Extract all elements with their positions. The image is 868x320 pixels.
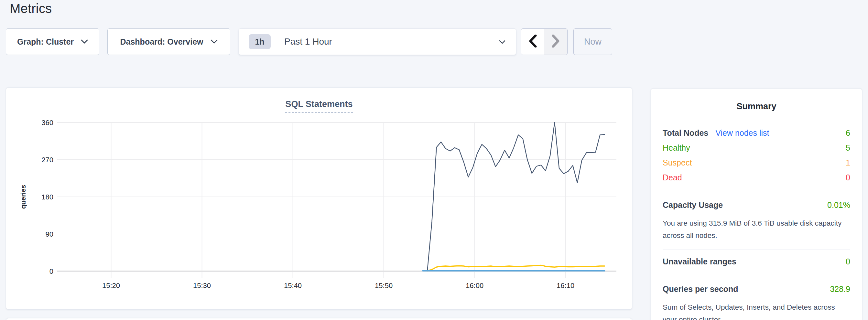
capacity-usage-row: Capacity Usage 0.01% <box>663 200 850 215</box>
suspect-label: Suspect <box>663 158 692 167</box>
dashboard-dropdown-label: Dashboard: Overview <box>120 37 203 46</box>
healthy-nodes-row: Healthy 5 <box>663 143 850 158</box>
total-nodes-value: 6 <box>846 128 850 138</box>
queries-per-second-value: 328.9 <box>830 284 850 294</box>
y-tick-label: 180 <box>41 193 53 201</box>
metrics-page: { "page_title": "Metrics", "controls": {… <box>0 0 868 320</box>
x-tick-label: 15:50 <box>375 282 393 290</box>
capacity-usage-label: Capacity Usage <box>663 200 723 210</box>
unavailable-ranges-value: 0 <box>846 257 850 266</box>
chart-line-series-1 <box>428 123 605 270</box>
suspect-nodes-row: Suspect 1 <box>663 158 850 173</box>
y-tick-label: 270 <box>41 156 53 164</box>
x-tick-label: 16:10 <box>557 282 575 290</box>
graph-dropdown-label: Graph: Cluster <box>17 37 74 46</box>
chevron-right-icon <box>552 35 560 49</box>
time-range-selector[interactable]: 1h Past 1 Hour <box>239 28 516 55</box>
chevron-down-icon <box>81 39 88 44</box>
divider <box>663 193 850 193</box>
time-step-buttons <box>521 28 567 55</box>
dead-label: Dead <box>663 173 682 182</box>
x-tick-label: 15:30 <box>193 282 211 290</box>
divider <box>663 250 850 250</box>
summary-title: Summary <box>651 101 862 111</box>
capacity-usage-value: 0.01% <box>827 200 850 210</box>
time-range-label: Past 1 Hour <box>284 36 332 47</box>
y-axis-label: queries <box>20 185 27 209</box>
y-tick-label: 0 <box>50 267 53 276</box>
x-tick-label: 16:00 <box>466 282 484 290</box>
x-tick-label: 15:40 <box>284 282 302 290</box>
total-nodes-label: Total Nodes <box>663 128 708 138</box>
suspect-value: 1 <box>846 158 850 167</box>
now-button[interactable]: Now <box>574 28 612 55</box>
dead-value: 0 <box>846 173 850 182</box>
healthy-value: 5 <box>846 143 850 153</box>
next-chart-card <box>6 318 632 320</box>
graph-dropdown[interactable]: Graph: Cluster <box>6 28 99 55</box>
sql-statements-chart-card: SQL Statements 15:2015:3015:4015:5016:00… <box>6 87 632 310</box>
unavailable-ranges-label: Unavailable ranges <box>663 257 736 266</box>
chevron-down-icon <box>211 39 218 44</box>
next-timespan-button[interactable] <box>544 29 567 55</box>
summary-panel: Summary Total Nodes View nodes list 6 He… <box>651 88 862 320</box>
chevron-down-icon <box>499 40 505 45</box>
capacity-usage-description: You are using 315.9 MiB of 3.6 TiB usabl… <box>663 217 850 242</box>
y-tick-label: 360 <box>41 119 53 127</box>
queries-per-second-label: Queries per second <box>663 284 738 294</box>
previous-timespan-button[interactable] <box>521 29 544 55</box>
dashboard-dropdown[interactable]: Dashboard: Overview <box>107 28 230 55</box>
queries-per-second-row: Queries per second 328.9 <box>663 284 850 299</box>
unavailable-ranges-row: Unavailable ranges 0 <box>663 257 850 272</box>
queries-per-second-description: Sum of Selects, Updates, Inserts, and De… <box>663 301 850 320</box>
total-nodes-row: Total Nodes View nodes list 6 <box>663 128 850 143</box>
chart-line-series-2 <box>428 265 605 271</box>
dead-nodes-row: Dead 0 <box>663 173 850 188</box>
healthy-label: Healthy <box>663 143 690 153</box>
view-nodes-list-link[interactable]: View nodes list <box>715 128 769 138</box>
sql-statements-chart-canvas[interactable]: 15:2015:3015:4015:5016:0016:100901802703… <box>6 88 632 310</box>
chevron-left-icon <box>528 35 537 49</box>
page-title: Metrics <box>10 1 52 16</box>
x-tick-label: 15:20 <box>102 282 120 290</box>
y-tick-label: 90 <box>45 230 53 238</box>
divider <box>663 277 850 277</box>
time-range-badge: 1h <box>249 34 271 49</box>
now-button-label: Now <box>584 37 601 47</box>
